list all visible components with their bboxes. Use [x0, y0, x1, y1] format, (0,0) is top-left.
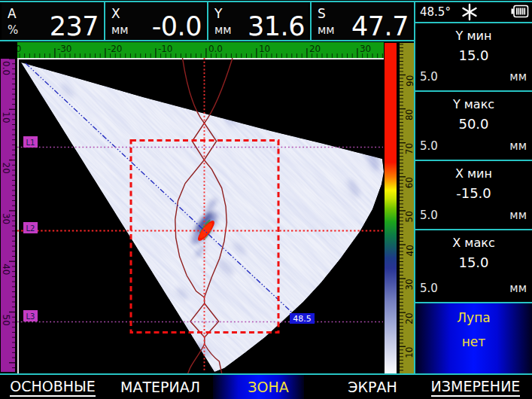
param-unit: мм [509, 282, 527, 295]
magnifier-cell[interactable]: Лупа нет [415, 303, 532, 373]
x-ruler-tick-label: -10 [158, 44, 173, 54]
readout-cell-A: A%237 [2, 2, 102, 40]
topbar-divider [104, 2, 105, 40]
amplitude-ruler-tick-label: 10 [405, 347, 415, 358]
gate-label: L2 [26, 224, 35, 233]
param-unit: мм [509, 70, 527, 84]
panel-divider [415, 22, 532, 23]
depth-ruler-tick-label: 40 [1, 263, 11, 275]
menu-item-label: ОСНОВНЫЕ [10, 378, 96, 397]
param-title: X мин [415, 166, 532, 181]
readout-value: 31.6 [248, 11, 305, 41]
x-ruler-tick-label: 0.0 [208, 44, 223, 54]
readout-unit: мм [214, 23, 232, 37]
battery-icon [511, 5, 529, 18]
topbar-divider [310, 2, 312, 40]
readout-label: Y [214, 6, 222, 21]
menu-item-label: ИЗМЕРЕНИЕ [431, 378, 521, 397]
param-value: 15.0 [415, 254, 532, 270]
param-step: 5.0 [420, 209, 438, 222]
x-ruler-tick-label: 10 [259, 44, 270, 54]
x-ruler-tick-label: 20 [309, 44, 321, 54]
device-screen: A%237Xмм-0.0Yмм31.6Sмм47.7 48.5° [0, 0, 532, 399]
amplitude-ruler-tick-label: 40 [405, 245, 415, 256]
param-unit: мм [509, 139, 527, 153]
menu-item-3[interactable]: ЗОНА [213, 375, 304, 399]
x-ruler-tick-label: -40 [17, 44, 22, 54]
gate-label: L3 [26, 312, 35, 321]
readout-cell-S: Sмм47.7 [312, 2, 412, 40]
x-ruler-tick-label: -20 [108, 44, 123, 54]
readout-cell-X: Xмм-0.0 [105, 2, 205, 40]
x-ruler-tick-label: 30 [360, 44, 371, 54]
menu-item-5[interactable]: ИЗМЕРЕНИЕ [425, 375, 527, 399]
menu-item-label: ЗОНА [248, 379, 288, 395]
readout-cell-Y: Yмм31.6 [208, 2, 309, 40]
param-unit: мм [509, 209, 527, 222]
panel-divider [415, 229, 532, 230]
readout-label: A [8, 6, 17, 21]
param-value: 15.0 [415, 47, 532, 63]
amplitude-ruler-tick-label: 90 [405, 75, 415, 87]
bottom-menu: ОСНОВНЫЕМАТЕРИАЛЗОНАЭКРАНИЗМЕРЕНИЕ [0, 375, 532, 399]
amplitude-ruler-tick-label: 60 [405, 177, 415, 188]
param-cell[interactable]: X макс15.05.0мм [415, 230, 532, 302]
amplitude-ruler-tick-label: 30 [405, 279, 415, 290]
amplitude-ruler-tick-label: 50 [405, 211, 415, 222]
status-cell: 48.5° [415, 2, 532, 22]
panel-divider [415, 160, 532, 161]
param-title: Y мин [415, 29, 532, 43]
amplitude-ruler-tick-label: 80 [405, 109, 415, 120]
param-cell[interactable]: X мин-15.05.0мм [415, 161, 532, 229]
topbar-divider [207, 2, 208, 40]
amplitude-ruler-tick-label: 20 [405, 312, 415, 324]
panel-divider [415, 90, 532, 92]
menu-item-label: ЭКРАН [348, 379, 397, 395]
amplitude-ruler: 908070605040302010 [400, 43, 414, 374]
menu-item-label: МАТЕРИАЛ [120, 379, 200, 395]
depth-ruler-tick-label: 0.0 [1, 61, 11, 75]
sector-scan-view[interactable]: L1L2L348.5 [17, 58, 384, 374]
magnifier-value: нет [415, 334, 532, 349]
depth-ruler-tick-label: 10 [1, 111, 11, 123]
magnifier-title: Лупа [415, 310, 532, 325]
gate-label: L1 [26, 139, 35, 147]
param-value: 50.0 [415, 116, 532, 132]
readout-value: -0.0 [152, 11, 202, 41]
amplitude-ruler-tick-label: 70 [405, 143, 415, 154]
readout-value: 237 [50, 11, 99, 41]
depth-ruler: 0.01020304050 [1, 59, 15, 372]
menu-item-2[interactable]: МАТЕРИАЛ [114, 375, 208, 399]
menu-item-1[interactable]: ОСНОВНЫЕ [4, 375, 102, 399]
x-ruler-band [17, 42, 384, 58]
topbar-bottom-border [0, 40, 415, 41]
readout-unit: % [8, 23, 18, 37]
readout-label: X [111, 6, 120, 21]
param-title: X макс [415, 236, 532, 250]
current-angle: 48.5° [420, 5, 451, 19]
beam-angle-badge-text: 48.5 [293, 314, 312, 324]
depth-ruler-tick-label: 30 [1, 213, 11, 224]
param-value: -15.0 [415, 185, 532, 201]
param-step: 5.0 [420, 139, 438, 153]
readout-unit: мм [111, 23, 129, 37]
param-title: Y макс [415, 97, 532, 111]
readout-unit: мм [318, 23, 335, 37]
amplitude-colorbar [385, 43, 397, 374]
depth-ruler-tick-label: 50 [1, 315, 11, 326]
readout-label: S [318, 6, 326, 21]
param-step: 5.0 [420, 282, 438, 295]
freeze-asterisk-icon [459, 2, 480, 22]
readout-value: 47.7 [351, 11, 409, 41]
x-ruler-tick-label: -30 [57, 44, 72, 54]
x-ruler: -40-30-20-100.0102030 [17, 42, 384, 58]
param-cell[interactable]: Y мин15.05.0мм [415, 23, 532, 90]
param-cell[interactable]: Y макс50.05.0мм [415, 92, 532, 160]
param-step: 5.0 [420, 70, 438, 84]
menu-item-4[interactable]: ЭКРАН [327, 375, 418, 399]
depth-ruler-tick-label: 20 [1, 163, 11, 174]
